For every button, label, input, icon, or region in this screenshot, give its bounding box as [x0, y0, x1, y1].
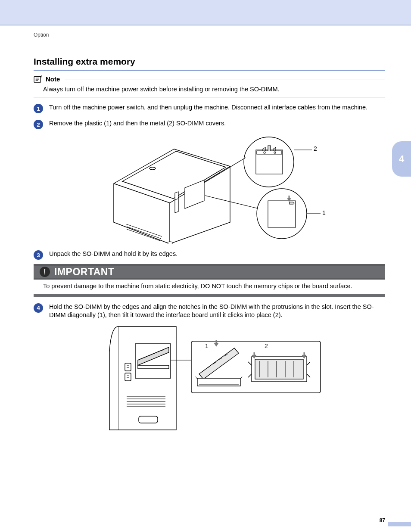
figure2-callout-1: 1 — [205, 342, 209, 350]
step-number-1: 1 — [34, 104, 43, 113]
step-text-4: Hold the SO-DIMM by the edges and align … — [49, 303, 385, 320]
svg-rect-11 — [255, 359, 303, 379]
figure-printer-covers: 2 1 — [97, 132, 338, 244]
title-rule — [34, 70, 385, 71]
step-2: 2 Remove the plastic (1) and then the me… — [34, 119, 385, 129]
step-number-2: 2 — [34, 120, 43, 129]
figure-sodimm-insert: 1 2 — [105, 322, 329, 434]
step-3: 3 Unpack the SO-DIMM and hold it by its … — [34, 250, 385, 260]
step-4: 4 Hold the SO-DIMM by the edges and alig… — [34, 303, 385, 320]
important-text: To prevent damage to the machine from st… — [43, 282, 385, 291]
page-number-strip — [388, 522, 411, 526]
important-label: IMPORTANT — [54, 265, 115, 279]
svg-rect-6 — [125, 363, 131, 371]
note-icon — [34, 75, 43, 83]
breadcrumb: Option — [34, 31, 385, 38]
note-text: Always turn off the machine power switch… — [43, 85, 385, 94]
step-1: 1 Turn off the machine power switch, and… — [34, 103, 385, 113]
step-text-2: Remove the plastic (1) and then the meta… — [49, 119, 385, 129]
note-bottom-rule — [34, 97, 385, 97]
section-title: Installing extra memory — [34, 56, 385, 68]
step-number-4: 4 — [34, 303, 43, 313]
figure1-callout-1: 1 — [322, 209, 326, 217]
page-number: 87 — [380, 517, 385, 524]
step-number-3: 3 — [34, 250, 43, 260]
svg-rect-7 — [125, 373, 131, 381]
exclamation-icon: ! — [40, 267, 50, 277]
step-text-3: Unpack the SO-DIMM and hold it by its ed… — [49, 250, 385, 260]
svg-rect-8 — [139, 416, 158, 423]
chapter-tab: 4 — [392, 141, 411, 177]
figure1-callout-2: 2 — [314, 145, 317, 153]
figure2-callout-2: 2 — [265, 342, 268, 350]
note-label: Note — [46, 75, 60, 84]
important-banner: ! IMPORTANT — [34, 264, 385, 280]
note-rule — [65, 80, 385, 80]
important-bottom-rule — [34, 294, 385, 297]
note-block: Note Always turn off the machine power s… — [34, 75, 385, 98]
header-bar — [0, 0, 411, 24]
step-text-1: Turn off the machine power switch, and t… — [49, 103, 385, 113]
page-body: Option 4 Installing extra memory Note Al… — [0, 25, 411, 532]
note-head: Note — [34, 75, 385, 84]
